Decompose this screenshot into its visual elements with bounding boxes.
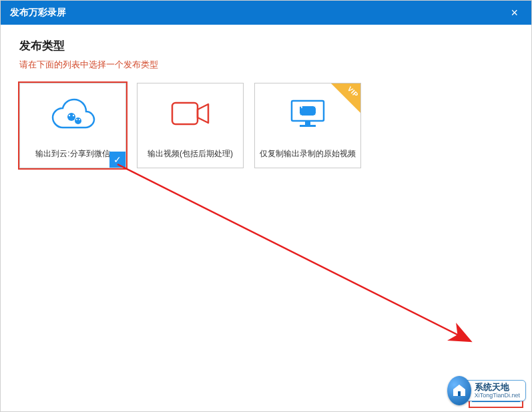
svg-rect-6 [172,103,198,124]
option-video[interactable]: 输出视频(包括后期处理) [137,83,244,168]
vip-ribbon [331,83,360,113]
option-copy-label: 仅复制输出录制的原始视频 [256,144,360,168]
option-cloud[interactable]: 输出到云:分享到微信 ✓ [19,83,126,168]
next-button[interactable] [472,390,520,402]
option-cloud-label: 输出到云:分享到微信 [31,144,113,168]
video-icon [138,83,243,144]
svg-line-11 [117,164,468,340]
svg-point-2 [69,115,70,116]
svg-point-3 [73,115,74,116]
cloud-icon [20,83,125,144]
option-copy[interactable]: VIP 仅复制输出录制的原始视频 [254,83,361,168]
option-video-label: 输出视频(包括后期处理) [144,144,237,168]
next-button-highlight [469,387,523,408]
watermark-logo-icon [447,376,471,405]
check-icon: ✓ [109,152,125,168]
close-icon[interactable]: × [507,6,522,20]
svg-rect-10 [300,125,316,127]
content-area: 发布类型 请在下面的列表中选择一个发布类型 输出到云:分享到微信 ✓ [1,25,531,182]
section-title: 发布类型 [19,38,513,53]
svg-point-1 [75,118,81,124]
options-row: 输出到云:分享到微信 ✓ 输出视频(包括后期处理) VIP [19,83,513,168]
svg-rect-12 [458,391,461,396]
section-hint: 请在下面的列表中选择一个发布类型 [19,59,513,71]
svg-point-5 [79,119,80,120]
svg-point-0 [67,113,75,121]
annotation-arrow [114,161,488,355]
window-title: 发布万彩录屏 [10,7,66,19]
titlebar: 发布万彩录屏 × [1,1,531,25]
svg-rect-9 [305,121,310,125]
svg-point-4 [76,119,77,120]
